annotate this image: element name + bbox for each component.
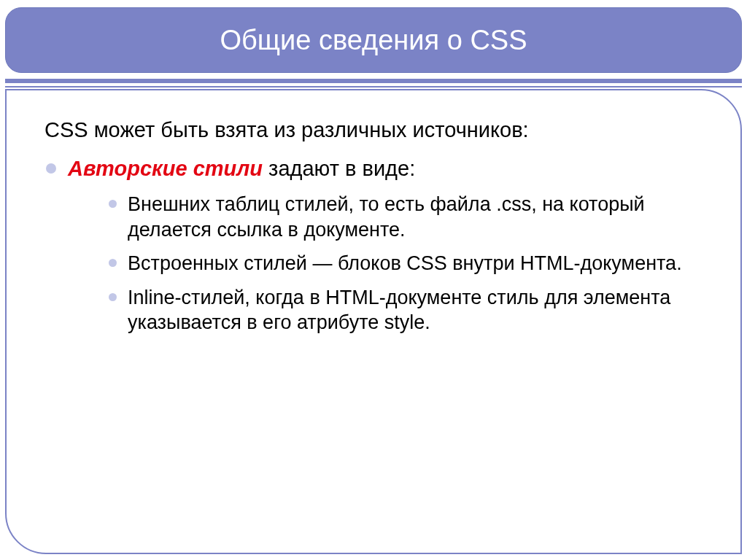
sub-list-item: Встроенных стилей — блоков CSS внутри HT… [106, 251, 705, 276]
slide-title-bar: Общие сведения о CSS [5, 7, 742, 73]
content-frame: CSS может быть взята из различных источн… [5, 89, 742, 554]
main-list: Авторские стили задают в виде: Внешних т… [42, 155, 705, 335]
title-underline-thick [5, 79, 742, 83]
slide-title: Общие сведения о CSS [220, 25, 527, 56]
title-underline-thin [5, 86, 742, 88]
main-list-item: Авторские стили задают в виде: Внешних т… [42, 155, 705, 335]
slide: Общие сведения о CSS CSS может быть взят… [0, 0, 747, 560]
sub-list-item: Inline-стилей, когда в HTML-документе ст… [106, 285, 705, 335]
sub-list: Внешних таблиц стилей, то есть файла .cs… [106, 192, 705, 335]
emphasis-text: Авторские стили [68, 157, 263, 180]
sub-list-item: Внешних таблиц стилей, то есть файла .cs… [106, 192, 705, 242]
intro-text: CSS может быть взята из различных источн… [44, 118, 705, 142]
main-rest-text: задают в виде: [263, 157, 415, 180]
